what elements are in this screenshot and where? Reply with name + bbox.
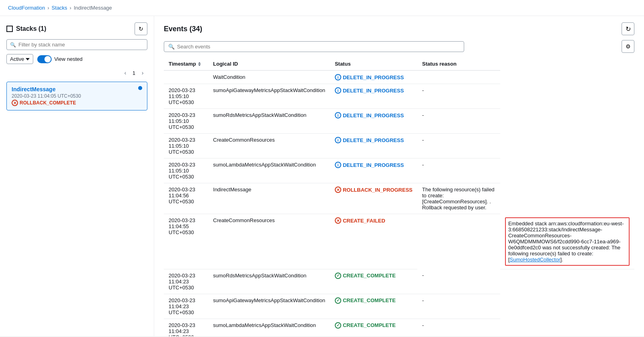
sidebar-refresh-button[interactable]: ↻ xyxy=(135,22,147,35)
sidebar-title: Stacks (1) xyxy=(6,25,46,32)
cell-status: ✓ CREATE_COMPLETE xyxy=(330,294,417,319)
col-logical-id: Logical ID xyxy=(208,58,330,70)
cell-status: ✕ CREATE_FAILED xyxy=(330,214,417,269)
toggle-row: View nested xyxy=(37,55,83,63)
cell-timestamp: 2020-03-23 11:04:56 UTC+0530 xyxy=(164,183,208,214)
events-search-input[interactable] xyxy=(177,44,460,50)
breadcrumb-cloudformation[interactable]: CloudFormation xyxy=(8,5,45,11)
cell-logical-id: WaitCondition xyxy=(208,70,330,84)
error-icon: ✕ xyxy=(335,187,341,193)
info-icon: i xyxy=(335,74,341,80)
table-header-row: Timestamp Logical ID Status Status reaso… xyxy=(164,58,634,70)
table-row: 2020-03-23 11:05:10 UTC+0530CreateCommon… xyxy=(164,134,634,158)
cell-timestamp: 2020-03-23 11:05:10 UTC+0530 xyxy=(164,109,208,134)
stack-item-info: IndirectMessage 2020-03-23 11:04:05 UTC+… xyxy=(12,86,81,106)
table-row: 2020-03-23 11:05:10 UTC+0530sumoApiGatew… xyxy=(164,84,634,109)
cell-logical-id: IndirectMessage xyxy=(208,183,330,214)
cell-logical-id: sumoLambdaMetricsAppStackWaitCondition xyxy=(208,319,330,336)
events-settings-button[interactable]: ⚙ xyxy=(622,40,634,53)
events-refresh-button[interactable]: ↻ xyxy=(622,22,634,35)
cell-logical-id: sumoLambdaMetricsAppStackWaitCondition xyxy=(208,158,330,183)
pagination-next-button[interactable]: › xyxy=(138,68,147,78)
cell-timestamp: 2020-03-23 11:05:10 UTC+0530 xyxy=(164,158,208,183)
table-row: 2020-03-23 11:04:23 UTC+0530sumoApiGatew… xyxy=(164,294,634,319)
cell-logical-id: sumoApiGatewayMetricsAppStackWaitConditi… xyxy=(208,84,330,109)
table-row: WaitConditioni DELETE_IN_PROGRESS xyxy=(164,70,634,84)
cell-status: i DELETE_IN_PROGRESS xyxy=(330,84,417,109)
table-row: 2020-03-23 11:04:55 UTC+0530CreateCommon… xyxy=(164,214,634,269)
stack-error-icon: ✕ xyxy=(12,100,18,106)
info-icon: i xyxy=(335,137,341,143)
sidebar-search-box: 🔍 xyxy=(6,39,147,50)
cell-timestamp: 2020-03-23 11:04:23 UTC+0530 xyxy=(164,319,208,336)
content-area: Events (34) ↻ 🔍 ⚙ Timestamp xyxy=(154,16,644,336)
info-icon: i xyxy=(335,162,341,168)
success-icon: ✓ xyxy=(335,297,341,304)
cell-logical-id: CreateCommonResources xyxy=(208,134,330,158)
main-layout: Stacks (1) ↻ 🔍 Active View nested ‹ 1 › xyxy=(0,16,644,336)
stacks-icon xyxy=(6,26,13,32)
pagination-prev-button[interactable]: ‹ xyxy=(121,68,130,78)
events-search-row: 🔍 ⚙ xyxy=(164,40,634,53)
filter-row: Active View nested xyxy=(6,54,147,64)
cell-status-reason: - xyxy=(417,294,500,319)
stack-status: ✕ ROLLBACK_COMPLETE xyxy=(12,100,81,106)
cell-status: i DELETE_IN_PROGRESS xyxy=(330,70,417,84)
breadcrumb-stacks[interactable]: Stacks xyxy=(52,5,67,11)
cell-timestamp: 2020-03-23 11:05:10 UTC+0530 xyxy=(164,134,208,158)
cell-status: ✓ CREATE_COMPLETE xyxy=(330,269,417,294)
cell-status-reason: - xyxy=(417,319,500,336)
toggle-label: View nested xyxy=(54,56,83,62)
col-status-reason: Status reason xyxy=(417,58,500,70)
cell-status-reason: - xyxy=(417,109,500,134)
cell-status-reason: Embedded stack arn:aws:cloudformation:eu… xyxy=(500,214,634,269)
stack-status-label: ROLLBACK_COMPLETE xyxy=(20,100,76,106)
table-row: 2020-03-23 11:05:10 UTC+0530sumoLambdaMe… xyxy=(164,158,634,183)
cell-status: i DELETE_IN_PROGRESS xyxy=(330,134,417,158)
stack-item[interactable]: IndirectMessage 2020-03-23 11:04:05 UTC+… xyxy=(6,82,147,110)
pagination-row: ‹ 1 › xyxy=(6,68,147,78)
table-row: 2020-03-23 11:04:56 UTC+0530IndirectMess… xyxy=(164,183,634,214)
info-icon: i xyxy=(335,112,341,118)
cell-status-reason: - xyxy=(417,158,500,183)
sidebar-header: Stacks (1) ↻ xyxy=(6,22,147,35)
cell-status-reason: - xyxy=(417,134,500,158)
view-nested-toggle[interactable] xyxy=(37,55,52,63)
events-search-box: 🔍 xyxy=(164,41,464,52)
table-row: 2020-03-23 11:05:10 UTC+0530sumoRdsMetri… xyxy=(164,109,634,134)
filter-label: Active xyxy=(10,56,24,62)
breadcrumb: CloudFormation › Stacks › IndirectMessag… xyxy=(0,0,644,16)
col-timestamp: Timestamp xyxy=(164,58,208,70)
cell-status-reason: The following resource(s) failed to crea… xyxy=(417,183,500,214)
events-table: Timestamp Logical ID Status Status reaso… xyxy=(164,58,634,336)
cell-timestamp: 2020-03-23 11:05:10 UTC+0530 xyxy=(164,84,208,109)
cell-logical-id: sumoApiGatewayMetricsAppStackWaitConditi… xyxy=(208,294,330,319)
col-status: Status xyxy=(330,58,417,70)
cell-logical-id: sumoRdsMetricsAppStackWaitCondition xyxy=(208,109,330,134)
pagination-current: 1 xyxy=(133,70,135,76)
cell-status-reason: - xyxy=(417,269,500,294)
cell-status: ✓ CREATE_COMPLETE xyxy=(330,319,417,336)
table-row: 2020-03-23 11:04:23 UTC+0530sumoRdsMetri… xyxy=(164,269,634,294)
sort-icon xyxy=(197,62,201,66)
cell-timestamp: 2020-03-23 11:04:23 UTC+0530 xyxy=(164,269,208,294)
info-icon: i xyxy=(335,87,341,94)
cell-status-reason xyxy=(417,70,500,84)
cell-timestamp: 2020-03-23 11:04:23 UTC+0530 xyxy=(164,294,208,319)
events-header: Events (34) ↻ xyxy=(164,22,634,35)
sidebar-title-text: Stacks (1) xyxy=(16,25,46,32)
events-title: Events (34) xyxy=(164,25,202,33)
highlighted-reason-box: Embedded stack arn:aws:cloudformation:eu… xyxy=(505,217,630,266)
stack-name: IndirectMessage xyxy=(12,86,81,92)
stack-selected-indicator xyxy=(138,86,142,90)
sidebar-search-input[interactable] xyxy=(18,42,144,48)
breadcrumb-current: IndirectMessage xyxy=(74,5,112,11)
sidebar: Stacks (1) ↻ 🔍 Active View nested ‹ 1 › xyxy=(0,16,154,336)
success-icon: ✓ xyxy=(335,322,341,329)
cell-status: ✕ ROLLBACK_IN_PROGRESS xyxy=(330,183,417,214)
cell-status: i DELETE_IN_PROGRESS xyxy=(330,109,417,134)
highlighted-link[interactable]: SumoHostedCollector xyxy=(510,257,560,263)
filter-dropdown[interactable]: Active xyxy=(6,54,33,64)
cell-logical-id: CreateCommonResources xyxy=(208,214,330,269)
cell-status-reason: - xyxy=(417,84,500,109)
